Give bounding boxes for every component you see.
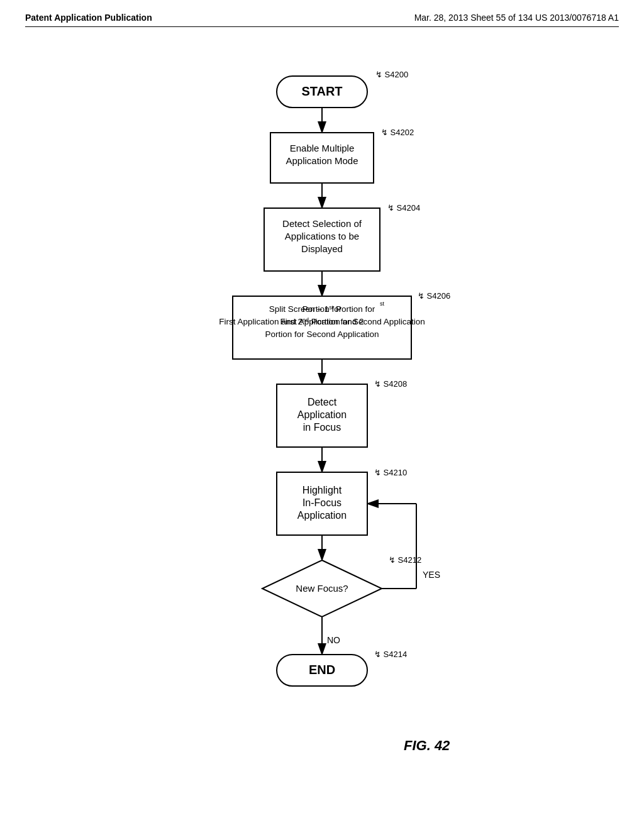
svg-text:Detect: Detect bbox=[308, 397, 337, 407]
svg-text:START: START bbox=[301, 84, 342, 98]
svg-text:↯ S4212: ↯ S4212 bbox=[389, 555, 421, 565]
svg-text:Application: Application bbox=[297, 409, 347, 420]
svg-text:↯ S4204: ↯ S4204 bbox=[387, 203, 420, 213]
svg-text:↯ S4206: ↯ S4206 bbox=[418, 291, 450, 301]
flowchart-svg: START ↯ S4200 Enable Multiple Applicatio… bbox=[133, 65, 511, 775]
svg-text:Enable Multiple: Enable Multiple bbox=[290, 143, 355, 153]
page: Patent Application Publication Mar. 28, … bbox=[0, 0, 644, 830]
svg-text:Application: Application bbox=[297, 510, 347, 521]
svg-text:↯ S4208: ↯ S4208 bbox=[374, 379, 407, 389]
svg-text:Application Mode: Application Mode bbox=[286, 155, 358, 166]
svg-text:In-Focus: In-Focus bbox=[303, 497, 341, 508]
svg-text:YES: YES bbox=[423, 570, 440, 580]
svg-text:New Focus?: New Focus? bbox=[296, 583, 348, 594]
header-right: Mar. 28, 2013 Sheet 55 of 134 US 2013/00… bbox=[414, 13, 619, 23]
svg-text:FIG. 42: FIG. 42 bbox=[404, 738, 450, 753]
svg-text:Detect Selection of: Detect Selection of bbox=[282, 218, 362, 229]
svg-text:First Application and 2nd Port: First Application and 2nd Portion for Se… bbox=[219, 317, 425, 326]
svg-text:END: END bbox=[309, 663, 335, 677]
svg-text:Portion for Second Application: Portion for Second Application bbox=[265, 329, 379, 339]
svg-text:NO: NO bbox=[327, 635, 340, 645]
svg-text:Highlight: Highlight bbox=[303, 485, 342, 495]
svg-text:↯ S4214: ↯ S4214 bbox=[374, 650, 407, 659]
svg-text:st: st bbox=[380, 301, 385, 307]
header-left: Patent Application Publication bbox=[25, 13, 152, 23]
svg-text:Applications to be: Applications to be bbox=[285, 231, 359, 241]
svg-text:Split Screen – 1st Portion for: Split Screen – 1st Portion for bbox=[269, 304, 375, 314]
svg-text:↯ S4200: ↯ S4200 bbox=[375, 70, 408, 79]
header: Patent Application Publication Mar. 28, … bbox=[25, 13, 619, 27]
svg-text:Displayed: Displayed bbox=[301, 243, 343, 254]
diagram-container: START ↯ S4200 Enable Multiple Applicatio… bbox=[25, 52, 619, 775]
svg-text:↯ S4202: ↯ S4202 bbox=[381, 128, 414, 137]
svg-text:in Focus: in Focus bbox=[303, 422, 341, 433]
svg-text:↯ S4210: ↯ S4210 bbox=[374, 468, 407, 477]
